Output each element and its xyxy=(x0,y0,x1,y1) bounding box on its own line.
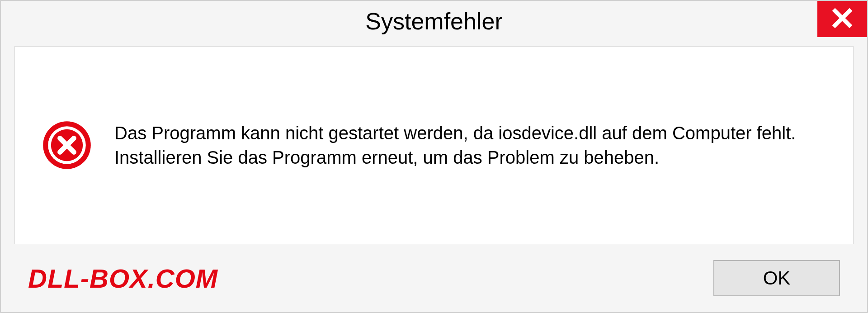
close-button[interactable] xyxy=(817,1,867,37)
watermark-text: DLL-BOX.COM xyxy=(28,263,218,294)
titlebar: Systemfehler xyxy=(1,1,867,42)
ok-button-label: OK xyxy=(763,267,791,289)
dialog-title: Systemfehler xyxy=(365,8,502,35)
footer: DLL-BOX.COM OK xyxy=(1,253,867,312)
error-icon xyxy=(42,120,92,170)
error-message: Das Programm kann nicht gestartet werden… xyxy=(114,121,826,170)
error-dialog: Systemfehler Das Programm kann nicht ges… xyxy=(0,0,868,313)
close-icon xyxy=(831,7,853,31)
content-area: Das Programm kann nicht gestartet werden… xyxy=(14,46,854,244)
ok-button[interactable]: OK xyxy=(713,260,840,296)
